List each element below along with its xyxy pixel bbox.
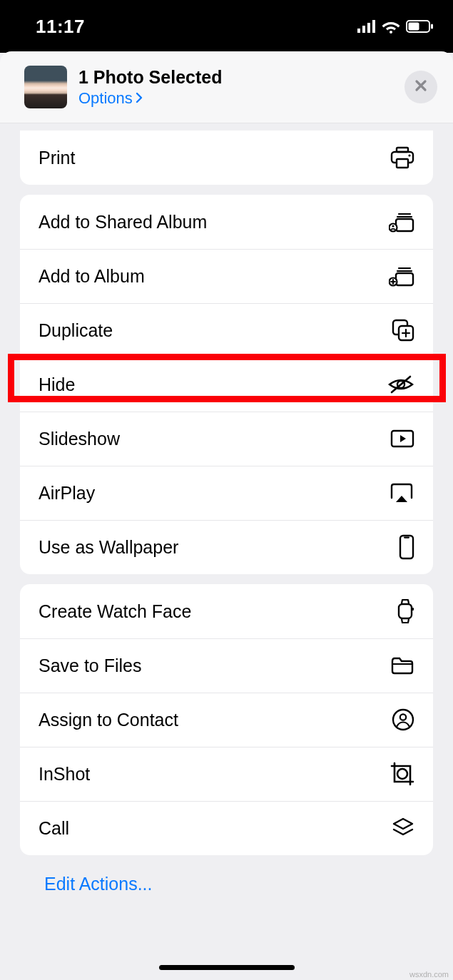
action-group: Print xyxy=(20,131,433,185)
action-call[interactable]: Call xyxy=(20,801,433,855)
action-save-to-files[interactable]: Save to Files xyxy=(20,638,433,693)
action-print[interactable]: Print xyxy=(20,131,433,185)
contact-icon xyxy=(386,708,414,731)
watch-icon xyxy=(386,598,414,624)
action-add-to-album[interactable]: Add to Album xyxy=(20,249,433,303)
action-label: Print xyxy=(39,148,75,168)
cellular-icon xyxy=(357,20,376,33)
status-indicators xyxy=(357,20,433,34)
duplicate-icon xyxy=(386,319,414,342)
options-link[interactable]: Options xyxy=(78,89,404,108)
action-label: Slideshow xyxy=(39,429,120,449)
header-title: 1 Photo Selected xyxy=(78,67,404,88)
svg-point-28 xyxy=(400,714,406,720)
svg-point-29 xyxy=(397,769,407,779)
svg-line-20 xyxy=(392,377,410,392)
svg-rect-7 xyxy=(431,24,433,29)
svg-point-13 xyxy=(390,224,397,232)
svg-rect-1 xyxy=(362,26,365,33)
action-assign-to-contact[interactable]: Assign to Contact xyxy=(20,693,433,747)
action-label: AirPlay xyxy=(39,483,95,504)
action-hide[interactable]: Hide xyxy=(20,357,433,412)
action-label: Save to Files xyxy=(39,655,142,676)
shared-album-icon xyxy=(386,211,414,233)
status-time: 11:17 xyxy=(36,16,85,38)
action-group: Create Watch Face Save to Files Assign t… xyxy=(20,584,433,855)
watermark: wsxdn.com xyxy=(409,970,449,979)
share-sheet-header: 1 Photo Selected Options xyxy=(0,51,453,123)
svg-point-11 xyxy=(408,154,410,156)
svg-rect-23 xyxy=(404,537,409,539)
action-airplay[interactable]: AirPlay xyxy=(20,466,433,520)
inshot-icon xyxy=(386,762,414,786)
hide-icon xyxy=(386,374,414,394)
photo-thumbnail[interactable] xyxy=(24,66,67,108)
action-create-watch-face[interactable]: Create Watch Face xyxy=(20,584,433,638)
action-group: Add to Shared Album Add to Album Duplica… xyxy=(20,195,433,574)
svg-rect-22 xyxy=(400,536,413,558)
status-bar: 11:17 xyxy=(0,0,453,53)
action-add-to-shared-album[interactable]: Add to Shared Album xyxy=(20,195,433,249)
svg-rect-12 xyxy=(396,219,413,231)
svg-point-14 xyxy=(392,225,394,227)
add-album-icon xyxy=(386,265,414,287)
action-label: Create Watch Face xyxy=(39,601,191,622)
action-label: Call xyxy=(39,818,69,839)
svg-rect-3 xyxy=(372,20,375,33)
slideshow-icon xyxy=(386,429,414,448)
home-indicator[interactable] xyxy=(159,965,295,970)
svg-rect-2 xyxy=(367,23,370,33)
folder-icon xyxy=(386,655,414,675)
chevron-right-icon xyxy=(136,89,143,108)
action-label: InShot xyxy=(39,764,90,785)
svg-rect-0 xyxy=(357,29,360,33)
wifi-icon xyxy=(382,20,400,34)
svg-rect-10 xyxy=(397,159,408,168)
action-inshot[interactable]: InShot xyxy=(20,747,433,801)
airplay-icon xyxy=(386,482,414,504)
action-label: Use as Wallpaper xyxy=(39,537,178,558)
close-button[interactable] xyxy=(404,71,437,103)
svg-rect-24 xyxy=(399,604,412,618)
svg-point-4 xyxy=(390,31,392,34)
action-use-as-wallpaper[interactable]: Use as Wallpaper xyxy=(20,520,433,574)
battery-icon xyxy=(406,20,433,33)
close-icon xyxy=(414,78,428,96)
edit-actions-link[interactable]: Edit Actions... xyxy=(20,855,433,914)
svg-rect-15 xyxy=(396,273,413,285)
action-label: Hide xyxy=(39,374,75,395)
phone-icon xyxy=(386,534,414,560)
action-slideshow[interactable]: Slideshow xyxy=(20,412,433,466)
svg-rect-25 xyxy=(412,608,414,611)
action-label: Duplicate xyxy=(39,320,113,341)
action-label: Assign to Contact xyxy=(39,710,178,730)
layers-icon xyxy=(386,817,414,839)
action-label: Add to Shared Album xyxy=(39,212,207,233)
action-duplicate[interactable]: Duplicate xyxy=(20,303,433,357)
svg-rect-6 xyxy=(409,23,419,31)
printer-icon xyxy=(386,146,414,169)
action-label: Add to Album xyxy=(39,266,145,287)
